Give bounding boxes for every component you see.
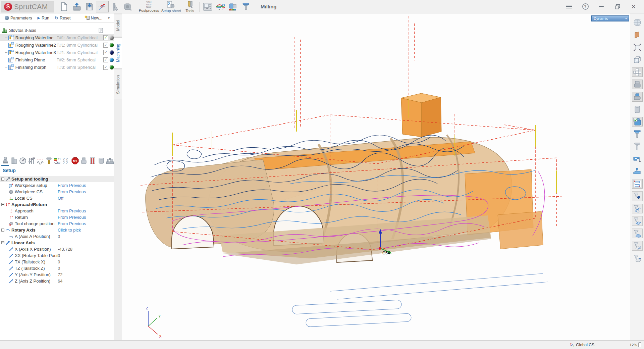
property-group-row[interactable]: Linear Axis — [0, 240, 114, 246]
property-value[interactable]: 64 — [58, 279, 62, 284]
feeds-speeds-button[interactable]: F1S2 — [54, 156, 61, 166]
setup-tab-button[interactable] — [1, 156, 9, 166]
m1-stop-button[interactable]: M1 — [71, 156, 79, 166]
property-value[interactable]: 0 — [58, 253, 60, 258]
operation-enabled-checkbox[interactable]: ✓ — [103, 50, 108, 55]
expand-box[interactable] — [1, 241, 4, 244]
restore-button[interactable] — [613, 2, 622, 11]
fit-view-button[interactable] — [632, 42, 643, 52]
view-mode-dropdown[interactable]: Dynamic ▼ — [591, 15, 629, 21]
property-value[interactable]: 0 — [58, 259, 60, 264]
property-row[interactable]: TX (Tailstock X) 0 — [0, 259, 114, 265]
property-value[interactable]: 0 — [58, 234, 60, 239]
machine-control-button[interactable] — [201, 1, 214, 12]
filter-meshes-button[interactable] — [632, 216, 643, 226]
operation-enabled-checkbox[interactable]: ✓ — [103, 43, 108, 48]
property-value[interactable]: From Previous — [58, 208, 86, 213]
graphs-button[interactable] — [214, 1, 227, 12]
property-row[interactable]: Tool change position From Previous — [0, 220, 114, 227]
new-operation-button[interactable]: New... — [83, 15, 105, 21]
operation-enabled-checkbox[interactable]: ✓ — [103, 57, 108, 62]
property-row[interactable]: Y (Axis Y Position) 72 — [0, 271, 114, 278]
viewport-3d-scene[interactable]: G54 Z Y X — [122, 13, 630, 340]
operation-row[interactable]: Finishing Plane T#2: 6mm Spherical ✓ — [0, 56, 114, 63]
property-value[interactable]: -43.728 — [58, 247, 72, 252]
operation-row[interactable]: Roughing Waterline2 T#1: 8mm Cylindrical… — [0, 41, 114, 49]
probe-button[interactable] — [239, 1, 252, 12]
property-group-row[interactable]: Setup and tooling — [0, 176, 114, 182]
property-group-row[interactable]: Rotary Axis Click to pick — [0, 227, 114, 233]
unfold-view-button[interactable] — [632, 67, 643, 77]
show-machine-button[interactable] — [632, 166, 643, 176]
show-stock-button[interactable] — [632, 104, 643, 114]
measure-tape-button[interactable] — [121, 1, 134, 12]
expand-box[interactable] — [1, 229, 4, 232]
property-row[interactable]: Z (Axis Z Position) 64 — [0, 278, 114, 284]
operation-row[interactable]: Roughing Waterline3 T#1: 8mm Cylindrical… — [0, 49, 114, 56]
gauge-button[interactable] — [19, 156, 26, 166]
show-result-button[interactable] — [632, 117, 643, 127]
approach-return-button[interactable] — [36, 156, 44, 166]
property-value[interactable]: From Previous — [58, 221, 86, 226]
new-project-button[interactable] — [58, 1, 70, 12]
filter-edges-button[interactable] — [632, 241, 643, 251]
property-value[interactable]: Click to pick — [58, 228, 81, 233]
vise-button[interactable] — [106, 156, 114, 166]
expand-box[interactable] — [1, 178, 4, 181]
property-value[interactable]: From Previous — [58, 215, 86, 220]
tab-machining[interactable]: Machining — [114, 37, 122, 69]
operation-row[interactable]: Roughing Waterline T#1: 8mm Cylindrical … — [0, 34, 114, 41]
zoom-indicator[interactable]: 12% — [630, 342, 641, 347]
expand-box[interactable] — [1, 203, 4, 206]
stock-button[interactable] — [89, 156, 96, 166]
property-value[interactable]: From Previous — [58, 183, 86, 188]
numbers-button[interactable]: 2 22 2 — [62, 156, 70, 166]
new-operation-dropdown-arrow[interactable]: ▼ — [107, 16, 114, 20]
property-row[interactable]: TZ (Tailstock Z) 0 — [0, 265, 114, 271]
property-row[interactable]: A (Axis A Position) 0 — [0, 233, 114, 240]
filter-curves-button[interactable] — [632, 204, 643, 213]
property-row[interactable]: X (Axis X Position) -43.728 — [0, 246, 114, 252]
wireframe-button[interactable] — [632, 55, 643, 64]
property-group-row[interactable]: Approach/Return — [0, 201, 114, 208]
coordinate-system-selector[interactable]: Global CS — [570, 343, 594, 347]
show-tool-button[interactable] — [632, 142, 643, 151]
operation-enabled-checkbox[interactable]: ✓ — [103, 65, 108, 70]
tool-button[interactable] — [45, 156, 53, 166]
property-value[interactable]: 72 — [58, 272, 62, 277]
property-row[interactable]: Workpiece setup From Previous — [0, 182, 114, 189]
filter-points-button[interactable] — [632, 191, 643, 201]
operation-row[interactable]: Finishing morph T#3: 6mm Spherical ✓ — [0, 63, 114, 71]
parameters-sliders-button[interactable] — [28, 156, 35, 166]
tools-button[interactable]: Tools — [182, 0, 198, 13]
show-holder-button[interactable] — [632, 129, 643, 139]
minimize-button[interactable] — [597, 2, 606, 11]
show-toolpath-button[interactable] — [632, 179, 643, 189]
postprocess-button[interactable]: %001 N100 N200 Postprocess — [138, 0, 160, 13]
parameters-button[interactable]: Parameters — [3, 15, 34, 21]
close-button[interactable]: × — [629, 2, 638, 11]
tab-simulation[interactable]: Simulation — [114, 70, 122, 99]
help-button[interactable]: ? — [581, 2, 590, 11]
property-row[interactable]: XX (Rotary Table Positi 0 — [0, 252, 114, 259]
measure-caliper-button[interactable] — [109, 1, 121, 12]
filter-solids-button[interactable] — [632, 253, 643, 263]
property-row[interactable]: Local CS Off — [0, 195, 114, 201]
tree-root-machine[interactable]: Slovtos 3-axis — [0, 27, 114, 34]
viewport-3d[interactable]: Dynamic ▼ — [122, 13, 630, 340]
main-menu-button[interactable] — [565, 2, 574, 11]
tab-model[interactable]: Model — [114, 15, 122, 36]
property-value[interactable]: 0 — [58, 266, 60, 271]
operation-sheet-icon[interactable] — [99, 28, 103, 33]
snap-tool-button[interactable] — [96, 1, 109, 12]
cylinder-button[interactable] — [97, 156, 105, 166]
workpiece-button[interactable] — [10, 156, 18, 166]
face-select-button[interactable] — [632, 30, 643, 40]
open-project-button[interactable] — [70, 1, 83, 12]
run-button[interactable]: ▶ Run — [36, 15, 51, 21]
reset-button[interactable]: ↻ Reset — [53, 14, 73, 21]
show-part-button[interactable] — [632, 92, 643, 102]
setup-sheet-button[interactable]: Setup sheet — [160, 0, 182, 13]
shaded-view-button[interactable] — [632, 17, 643, 27]
simulation-button[interactable] — [227, 1, 239, 12]
